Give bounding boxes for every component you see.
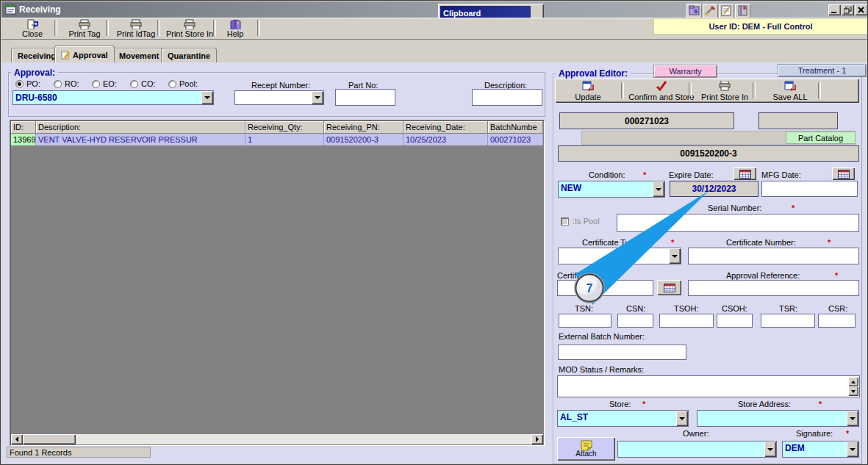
radio-pool[interactable]: Pool: [168,79,198,88]
dropdown-arrow-icon[interactable] [653,181,664,197]
attach-button[interactable]: Attach [557,437,615,461]
clipboard-title: Clipboard [443,9,481,18]
certificate-date-label: Certificate Date: [557,271,615,280]
approval-reference-input[interactable] [688,280,859,296]
book-icon [735,4,750,18]
warranty-button[interactable]: Warranty [653,65,717,78]
editor-toolbar: Update Confirm and Store Print Store In [555,79,859,103]
tsr-input[interactable] [761,314,815,328]
dropdown-arrow-icon[interactable] [764,441,776,457]
tsoh-input[interactable] [659,314,714,328]
dropdown-arrow-icon[interactable] [201,91,213,104]
is-pool-label: :Is Pool [573,217,600,226]
mod-status-textarea[interactable] [557,375,860,397]
print-idtag-button[interactable]: Print IdTag [110,18,162,39]
print-store-in-button[interactable]: Print Store In [160,18,219,39]
is-pool-checkbox[interactable] [561,217,569,226]
approval-reference-label: Approval Reference: [726,271,800,280]
grid-header-date[interactable]: Receiving_Date: [403,121,488,134]
confirm-and-store-button[interactable]: Confirm and Store [624,80,699,102]
scroll-up-button[interactable] [848,377,858,386]
store-address-select[interactable] [697,410,859,427]
dropdown-arrow-icon[interactable] [847,441,858,457]
csn-input[interactable] [617,314,653,328]
grid-header-description[interactable]: Description: [36,121,245,134]
help-button[interactable]: Help [216,18,254,39]
mfg-date-calendar-button[interactable] [832,167,855,180]
scroll-left-button[interactable] [11,434,23,444]
tab-quarantine[interactable]: Quarantine [161,48,217,62]
store-select[interactable]: AL_ST [557,410,689,427]
cell-qty: 1 [245,134,324,145]
approval-editor-title: Approval Editor: [556,68,631,79]
dropdown-arrow-icon[interactable] [676,411,688,426]
owner-select[interactable] [617,441,777,458]
update-button[interactable]: Update [561,80,615,102]
recept-number-select[interactable] [234,90,324,105]
save-all-icon [784,81,796,91]
csr-input[interactable] [818,314,856,328]
clipboard-tools-button[interactable] [703,4,718,18]
radio-ro[interactable]: RO: [54,79,79,88]
dropdown-arrow-icon[interactable] [312,91,323,104]
tab-movement[interactable]: Movement [112,48,165,62]
calendar-icon [739,170,751,179]
print-tag-button[interactable]: Print Tag [60,18,109,39]
csn-label: CSN: [626,304,645,313]
clipboard-book-button[interactable] [735,4,750,18]
expire-date-field[interactable]: 30/12/2023 [670,181,758,197]
part-no-input[interactable] [335,89,395,106]
description-input[interactable] [472,89,542,106]
treatment-button[interactable]: Treatment - 1 [778,64,867,77]
external-batch-input[interactable] [558,345,686,360]
scroll-right-button[interactable] [531,434,543,444]
mfg-date-field[interactable] [761,181,858,197]
editor-print-store-in-button[interactable]: Print Store In [692,80,758,102]
grid-header-pn[interactable]: Receiving_PN: [324,121,403,134]
close-button[interactable]: Close [10,18,54,39]
required-marker: * [846,429,849,438]
serial-number-input[interactable] [617,214,859,232]
certificate-number-input[interactable] [688,248,859,264]
svg-text:S: S [694,8,698,15]
batch-number-display: 000271023 [559,112,734,129]
radio-po[interactable]: PO: [15,79,40,88]
grid-header-batch[interactable]: BatchNumbe [488,121,543,134]
close-window-button[interactable] [855,4,868,15]
restore-button[interactable] [842,4,854,15]
dropdown-arrow-icon[interactable] [847,411,858,426]
status-bar: Found 1 Records [7,447,151,458]
radio-eo[interactable]: EO: [92,79,117,88]
tab-approval[interactable]: Approval [54,46,115,62]
certificate-date-input[interactable] [557,280,653,296]
tsn-input[interactable] [559,314,611,328]
scroll-thumb[interactable] [23,434,76,444]
minimize-button[interactable] [828,4,841,15]
tools-icon [703,4,718,18]
clipboard-edit-form-button[interactable] [719,4,734,18]
scroll-down-button[interactable] [848,386,858,396]
certificate-type-select[interactable] [558,248,681,264]
required-marker: * [643,170,646,179]
clipboard-save-button[interactable]: S [686,4,702,18]
radio-co[interactable]: CO: [130,79,156,88]
toolbar-separator [257,20,260,36]
condition-select[interactable]: NEW [558,181,665,198]
approval-group-title: Approval: [11,68,58,78]
grid-header-qty[interactable]: Receiving_Qty: [245,121,324,134]
expire-date-calendar-button[interactable] [734,167,756,180]
dropdown-arrow-icon[interactable] [669,248,681,264]
toolbar-separator [753,82,756,98]
part-catalog-button[interactable]: Part Catalog [786,131,856,144]
certificate-date-calendar-button[interactable] [657,280,681,295]
signature-select[interactable]: DEM [782,441,859,458]
grid-header-id[interactable]: ID: [11,121,36,134]
required-marker: * [642,400,645,408]
required-marker: * [828,238,831,247]
approval-tab-icon [61,50,71,60]
order-number-select[interactable]: DRU-6580 [12,90,214,105]
grid-hscrollbar[interactable] [11,434,543,444]
csoh-input[interactable] [717,314,753,328]
certificate-number-label: Certificate Number: [726,238,796,247]
save-all-button[interactable]: Save ALL [758,80,822,102]
